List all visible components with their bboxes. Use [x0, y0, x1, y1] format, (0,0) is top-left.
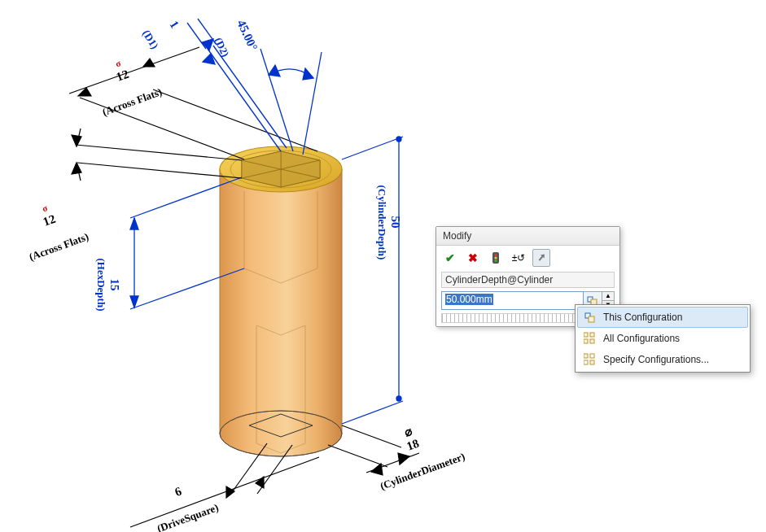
svg-rect-66: [589, 316, 594, 322]
svg-rect-72: [590, 354, 594, 358]
dimension-name-field[interactable]: CylinderDepth@Cylinder: [441, 272, 615, 288]
dim-name: (CylinderDepth): [376, 185, 388, 260]
dim-hex-depth[interactable]: 15 (HexDepth): [94, 252, 135, 312]
this-config-icon: [584, 311, 597, 324]
svg-line-39: [208, 49, 281, 151]
dim-value: 6: [173, 484, 184, 499]
modify-toolbar: ✔ ✖ ±↺: [436, 246, 619, 270]
svg-marker-41: [203, 54, 215, 64]
specify-config-icon: [584, 353, 597, 366]
dim-value: 12: [115, 68, 131, 84]
dim-value: 45.00°: [234, 18, 260, 53]
menu-label: All Configurations: [603, 333, 680, 344]
svg-point-61: [494, 256, 497, 259]
dim-name: (HexDepth): [95, 259, 107, 312]
menu-specify-configurations[interactable]: Specify Configurations...: [577, 349, 748, 370]
svg-point-62: [494, 259, 497, 262]
dimension-value-input[interactable]: 50.000mm: [441, 291, 584, 310]
svg-rect-68: [590, 333, 594, 337]
configuration-menu[interactable]: This Configuration All Configurations Sp…: [575, 304, 751, 373]
svg-rect-70: [590, 339, 594, 343]
svg-marker-57: [226, 486, 234, 498]
ok-button[interactable]: ✔: [441, 249, 459, 267]
menu-label: This Configuration: [603, 312, 682, 323]
svg-marker-58: [256, 477, 264, 488]
diameter-symbol: ⌀: [402, 425, 414, 439]
dim-value: 50: [389, 216, 402, 229]
menu-this-configuration[interactable]: This Configuration: [577, 307, 748, 328]
svg-point-22: [396, 396, 401, 401]
svg-rect-69: [584, 339, 588, 343]
svg-line-29: [153, 89, 317, 151]
svg-point-21: [396, 137, 401, 142]
dim-value: 12: [42, 212, 58, 229]
mark-dimension-button[interactable]: [532, 249, 550, 267]
svg-line-46: [303, 52, 322, 155]
dimension-value-text: 50.000mm: [445, 294, 493, 305]
pin-icon: [536, 252, 547, 264]
sigma-symbol: σ: [41, 203, 49, 213]
traffic-light-icon: [490, 252, 501, 264]
svg-line-33: [77, 163, 242, 178]
svg-marker-38: [72, 163, 81, 174]
svg-marker-26: [130, 218, 138, 229]
sigma-symbol: σ: [114, 58, 122, 68]
svg-line-34: [76, 145, 242, 160]
svg-rect-74: [590, 360, 594, 364]
all-config-icon: [584, 332, 597, 345]
menu-label: Specify Configurations...: [603, 354, 709, 365]
svg-rect-0: [220, 169, 342, 434]
dim-value: 1: [168, 19, 182, 31]
dim-value: 18: [405, 437, 421, 453]
graphics-viewport[interactable]: σ 12 (Across Flats) σ 12 (Across Flats) …: [0, 0, 766, 532]
rebuild-button[interactable]: [487, 249, 505, 267]
reverse-button[interactable]: ±↺: [510, 249, 527, 267]
svg-rect-67: [584, 333, 588, 337]
menu-all-configurations[interactable]: All Configurations: [577, 328, 748, 349]
svg-point-60: [494, 254, 497, 256]
cancel-button[interactable]: ✖: [464, 249, 482, 267]
dim-cylinder-depth[interactable]: 50 (CylinderDepth): [374, 179, 416, 259]
modify-dialog-title: Modify: [436, 227, 619, 246]
spin-up[interactable]: ▲: [602, 292, 614, 301]
svg-rect-73: [584, 360, 588, 364]
svg-rect-71: [584, 354, 588, 358]
reverse-icon: ±↺: [512, 253, 526, 263]
svg-line-18: [342, 137, 403, 159]
dim-value: 15: [108, 279, 121, 291]
svg-marker-48: [303, 68, 313, 80]
